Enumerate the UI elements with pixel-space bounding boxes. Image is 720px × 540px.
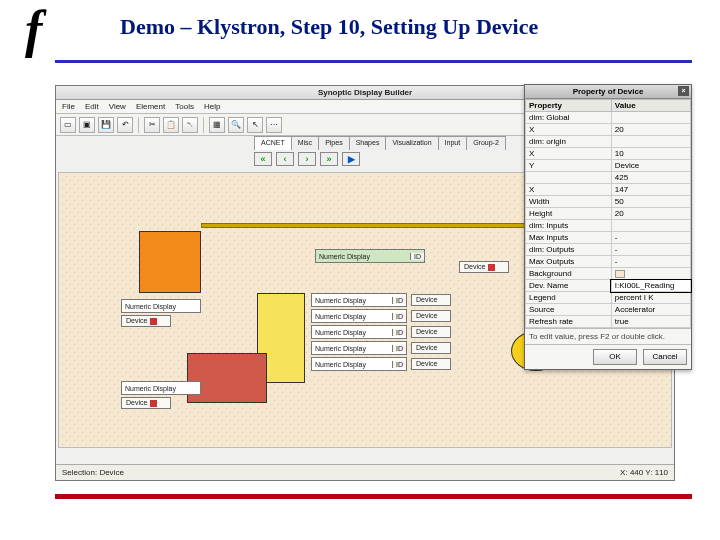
tab-group-2[interactable]: Group-2 [466, 136, 506, 150]
cancel-button[interactable]: Cancel [643, 349, 687, 365]
property-table: Property Value dim: Global X20dim: origi… [525, 99, 691, 328]
toolbar-separator [138, 117, 139, 133]
property-hint: To edit value, press F2 or double click. [525, 328, 691, 344]
menu-help[interactable]: Help [204, 102, 220, 111]
numeric-display-widget[interactable]: Numeric Display ID [315, 249, 425, 263]
property-row[interactable]: YDevice [526, 160, 691, 172]
new-icon[interactable]: ▭ [60, 117, 76, 133]
status-indicator-icon [488, 264, 495, 271]
nav-first-icon[interactable]: « [254, 152, 272, 166]
device-widget[interactable]: Device [459, 261, 509, 273]
property-row[interactable]: Dev. NameI:KI00L_Reading [526, 280, 691, 292]
open-icon[interactable]: ▣ [79, 117, 95, 133]
palette-nav: « ‹ › » ▶ [254, 150, 360, 168]
ok-button[interactable]: OK [593, 349, 637, 365]
device-widget[interactable]: Device [411, 310, 451, 322]
status-indicator-icon [150, 318, 157, 325]
property-row[interactable]: 425 [526, 172, 691, 184]
property-panel: Property of Device × Property Value dim:… [524, 84, 692, 370]
device-widget[interactable]: Device [411, 342, 451, 354]
property-row[interactable]: Height20 [526, 208, 691, 220]
device-widget[interactable]: Device [411, 294, 451, 306]
nav-next-icon[interactable]: › [298, 152, 316, 166]
divider-top [55, 60, 692, 63]
palette-tabstrip: ACNET Misc Pipes Shapes Visualization In… [254, 136, 505, 150]
property-row[interactable]: dim: Inputs [526, 220, 691, 232]
property-row[interactable]: Max Inputs- [526, 232, 691, 244]
numeric-display-widget[interactable]: Numeric DisplayID [311, 309, 407, 323]
property-row[interactable]: X147 [526, 184, 691, 196]
status-indicator-icon [150, 400, 157, 407]
property-row[interactable]: Max Outputs- [526, 256, 691, 268]
property-close-button[interactable]: × [678, 86, 689, 96]
property-panel-title: Property of Device × [525, 85, 691, 99]
property-row[interactable]: dim: Global [526, 112, 691, 124]
property-row[interactable]: dim: origin [526, 136, 691, 148]
more-icon[interactable]: ⋯ [266, 117, 282, 133]
grid-icon[interactable]: ▦ [209, 117, 225, 133]
menu-view[interactable]: View [109, 102, 126, 111]
numeric-display-widget[interactable]: Numeric Display [121, 381, 201, 395]
slide-title: Demo – Klystron, Step 10, Setting Up Dev… [120, 14, 538, 40]
property-row[interactable]: Background [526, 268, 691, 280]
tab-shapes[interactable]: Shapes [349, 136, 387, 150]
nav-prev-icon[interactable]: ‹ [276, 152, 294, 166]
slide-logo: f [25, 0, 42, 59]
paste-icon[interactable]: 📋 [163, 117, 179, 133]
property-row[interactable]: Width50 [526, 196, 691, 208]
pipe-horizontal[interactable] [201, 223, 531, 228]
device-widget[interactable]: Device [411, 326, 451, 338]
tab-pipes[interactable]: Pipes [318, 136, 350, 150]
cut-icon[interactable]: ✂ [144, 117, 160, 133]
property-row[interactable]: Refresh ratetrue [526, 316, 691, 328]
device-widget[interactable]: Device [121, 315, 171, 327]
property-col-value: Value [611, 100, 690, 112]
property-col-name: Property [526, 100, 612, 112]
pointer-icon[interactable]: ↖ [247, 117, 263, 133]
save-icon[interactable]: 💾 [98, 117, 114, 133]
shape-red-rect[interactable] [187, 353, 267, 403]
shape-orange-square[interactable] [139, 231, 201, 293]
undo-icon[interactable]: ↶ [117, 117, 133, 133]
zoom-icon[interactable]: 🔍 [228, 117, 244, 133]
status-coords: X: 440 Y: 110 [620, 468, 668, 477]
statusbar: Selection: Device X: 440 Y: 110 [56, 464, 674, 480]
property-row[interactable]: SourceAccelerator [526, 304, 691, 316]
menu-element[interactable]: Element [136, 102, 165, 111]
property-row[interactable]: X10 [526, 148, 691, 160]
divider-bottom [55, 494, 692, 499]
device-widget[interactable]: Device [411, 358, 451, 370]
property-row[interactable]: Legendpercent I K [526, 292, 691, 304]
toolbar-separator [203, 117, 204, 133]
color-swatch-icon [615, 270, 625, 278]
numeric-display-widget[interactable]: Numeric Display [121, 299, 201, 313]
menu-tools[interactable]: Tools [175, 102, 194, 111]
numeric-display-widget[interactable]: Numeric DisplayID [311, 325, 407, 339]
app-title: Synoptic Display Builder [318, 88, 412, 97]
widget-label: Numeric Display [316, 253, 410, 260]
numeric-display-widget[interactable]: Numeric DisplayID [311, 357, 407, 371]
property-row[interactable]: dim: Outputs- [526, 244, 691, 256]
menu-file[interactable]: File [62, 102, 75, 111]
widget-tag: ID [410, 253, 424, 260]
delete-icon[interactable]: ␡ [182, 117, 198, 133]
tab-visualization[interactable]: Visualization [385, 136, 438, 150]
numeric-display-widget[interactable]: Numeric DisplayID [311, 293, 407, 307]
nav-last-icon[interactable]: » [320, 152, 338, 166]
nav-play-icon[interactable]: ▶ [342, 152, 360, 166]
device-widget[interactable]: Device [121, 397, 171, 409]
tab-misc[interactable]: Misc [291, 136, 319, 150]
property-row[interactable]: X20 [526, 124, 691, 136]
numeric-display-widget[interactable]: Numeric DisplayID [311, 341, 407, 355]
status-selection: Selection: Device [62, 468, 124, 477]
menu-edit[interactable]: Edit [85, 102, 99, 111]
tab-acnet[interactable]: ACNET [254, 136, 292, 150]
tab-input[interactable]: Input [438, 136, 468, 150]
